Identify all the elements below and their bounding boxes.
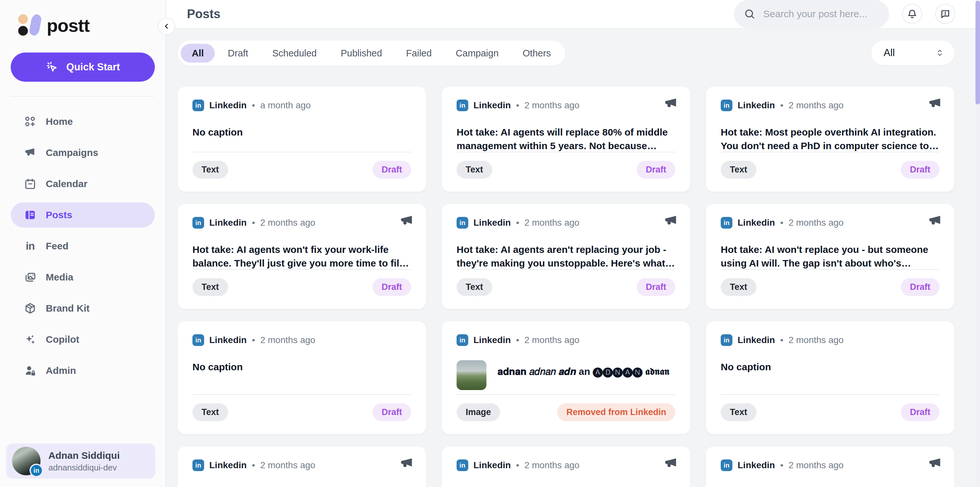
home-grid-icon xyxy=(24,115,37,128)
post-type-badge: Text xyxy=(721,161,756,179)
sidebar-item-brand-kit[interactable]: Brand Kit xyxy=(11,296,155,321)
megaphone-icon[interactable] xyxy=(663,456,679,473)
sidebar-item-feed[interactable]: in Feed xyxy=(11,233,155,259)
linkedin-icon: in xyxy=(721,334,732,346)
post-platform: Linkedin xyxy=(738,217,775,228)
post-platform: Linkedin xyxy=(473,460,511,471)
post-card[interactable]: in Linkedin • 2 months ago Text Draft xyxy=(178,446,426,487)
media-images-icon xyxy=(24,271,37,284)
post-type-badge: Text xyxy=(721,278,756,296)
post-card[interactable]: in Linkedin • 2 months ago Hot take: Mos… xyxy=(706,87,955,192)
post-card-header: in Linkedin • 2 months ago xyxy=(721,460,939,471)
post-time: 2 months ago xyxy=(524,217,579,228)
chevrons-up-down-icon xyxy=(935,48,945,58)
post-caption: Hot take: AI agents aren't replacing you… xyxy=(457,243,675,270)
post-card[interactable]: in Linkedin • 2 months ago 𝐚𝐝𝐧𝐚𝐧 𝑎𝑑𝑛𝑎𝑛 𝒂… xyxy=(442,321,690,434)
megaphone-icon[interactable] xyxy=(663,214,679,230)
sidebar-item-posts[interactable]: Posts xyxy=(11,202,155,228)
sidebar-item-home[interactable]: Home xyxy=(11,109,155,134)
linkedin-icon: in xyxy=(721,100,732,111)
card-divider xyxy=(457,269,675,270)
linkedin-icon: in xyxy=(721,460,732,471)
post-time: 2 months ago xyxy=(260,217,315,228)
post-card[interactable]: in Linkedin • 2 months ago Text Draft xyxy=(442,446,690,487)
post-card[interactable]: in Linkedin • 2 months ago Hot take: AI … xyxy=(706,204,955,309)
search-input[interactable] xyxy=(763,8,880,19)
post-time: 2 months ago xyxy=(260,335,315,345)
user-profile-card[interactable]: in Adnan Siddiqui adnansiddiqui-dev xyxy=(6,444,156,479)
card-divider xyxy=(192,269,411,270)
quick-start-label: Quick Start xyxy=(66,61,120,73)
megaphone-icon[interactable] xyxy=(928,214,943,230)
megaphone-icon[interactable] xyxy=(399,456,414,473)
post-card[interactable]: in Linkedin • 2 months ago No caption Te… xyxy=(178,321,426,434)
post-time: 2 months ago xyxy=(260,460,315,471)
tab-all[interactable]: All xyxy=(181,44,215,63)
posts-panel-icon xyxy=(24,208,37,222)
megaphone-icon[interactable] xyxy=(928,456,943,473)
post-status-badge: Draft xyxy=(901,278,939,296)
post-card[interactable]: in Linkedin • a month ago No caption Tex… xyxy=(178,87,426,192)
sidebar-item-label: Feed xyxy=(46,241,68,252)
post-status-badge: Draft xyxy=(901,403,939,421)
linkedin-icon: in xyxy=(192,460,204,471)
card-divider xyxy=(457,394,675,395)
post-caption: Hot take: AI won't replace you - but som… xyxy=(721,243,939,270)
scrollbar-thumb[interactable] xyxy=(975,1,980,105)
post-card[interactable]: in Linkedin • 2 months ago Hot take: AI … xyxy=(442,204,690,309)
posts-grid: in Linkedin • a month ago No caption Tex… xyxy=(178,87,955,487)
tab-others[interactable]: Others xyxy=(512,44,562,63)
page-title: Posts xyxy=(187,7,220,21)
topbar: Posts xyxy=(166,0,980,29)
message-alert-icon xyxy=(940,9,950,19)
avatar: in xyxy=(12,447,41,475)
sidebar-item-copilot[interactable]: Copilot xyxy=(11,327,155,352)
feedback-button[interactable] xyxy=(935,4,955,24)
main-area: Posts xyxy=(166,0,980,487)
post-card-header: in Linkedin • 2 months ago xyxy=(721,334,939,346)
sidebar-item-label: Media xyxy=(46,272,73,283)
post-status-badge: Removed from Linkedin xyxy=(557,403,675,421)
logo-icon xyxy=(18,14,41,36)
post-platform: Linkedin xyxy=(473,100,511,111)
megaphone-icon xyxy=(24,146,37,159)
tab-published[interactable]: Published xyxy=(330,44,393,63)
post-card[interactable]: in Linkedin • 2 months ago Hot take: AI … xyxy=(442,87,690,192)
chevron-left-icon xyxy=(162,22,171,30)
sidebar-item-calendar[interactable]: Calendar xyxy=(11,171,155,197)
megaphone-icon[interactable] xyxy=(928,96,943,113)
separator-dot: • xyxy=(780,217,783,228)
cube-icon xyxy=(24,302,37,315)
post-card[interactable]: in Linkedin • 2 months ago Text Draft xyxy=(706,446,955,487)
post-card[interactable]: in Linkedin • 2 months ago No caption Te… xyxy=(706,321,955,434)
tab-campaign[interactable]: Campaign xyxy=(445,44,509,63)
post-caption: Hot take: Most people overthink AI integ… xyxy=(721,125,939,153)
linkedin-icon: in xyxy=(192,334,204,346)
linkedin-icon: in xyxy=(457,217,468,228)
platform-filter-select[interactable]: All xyxy=(871,41,955,65)
post-card[interactable]: in Linkedin • 2 months ago Hot take: AI … xyxy=(178,204,426,309)
search-bar[interactable] xyxy=(734,0,889,28)
quick-start-button[interactable]: Quick Start xyxy=(11,52,155,82)
post-caption: Hot take: AI agents won't fix your work-… xyxy=(192,243,411,270)
sidebar-item-admin[interactable]: Admin xyxy=(11,358,155,383)
notifications-button[interactable] xyxy=(902,4,922,24)
megaphone-icon[interactable] xyxy=(399,214,414,230)
tab-failed[interactable]: Failed xyxy=(395,44,442,63)
linkedin-icon: in xyxy=(721,217,732,228)
sidebar-item-campaigns[interactable]: Campaigns xyxy=(11,140,155,165)
separator-dot: • xyxy=(252,460,255,471)
linkedin-icon: in xyxy=(192,217,204,228)
post-status-badge: Draft xyxy=(637,278,675,296)
sidebar-collapse-button[interactable] xyxy=(158,17,175,35)
separator-dot: • xyxy=(780,100,783,111)
post-card-header: in Linkedin • 2 months ago xyxy=(192,460,411,471)
post-platform: Linkedin xyxy=(738,460,775,471)
sidebar-item-media[interactable]: Media xyxy=(11,265,155,290)
post-card-header: in Linkedin • 2 months ago xyxy=(192,334,411,346)
megaphone-icon[interactable] xyxy=(663,96,679,113)
post-platform: Linkedin xyxy=(738,100,775,111)
post-card-header: in Linkedin • 2 months ago xyxy=(457,100,675,111)
tab-scheduled[interactable]: Scheduled xyxy=(261,44,328,63)
tab-draft[interactable]: Draft xyxy=(217,44,259,63)
